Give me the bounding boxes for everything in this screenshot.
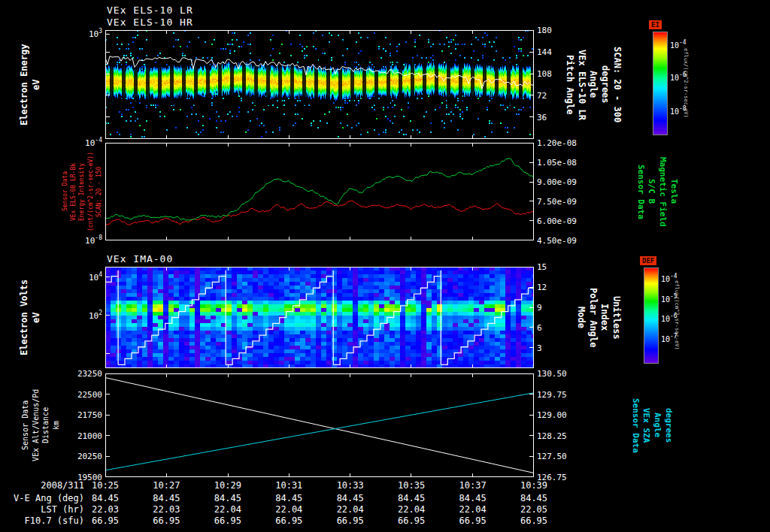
axis-tick-label: 21750 bbox=[77, 411, 102, 419]
table-value: 22.04 bbox=[275, 504, 302, 515]
table-row-label: V-E Ang (deg) bbox=[0, 493, 84, 503]
axis-tick-label: 10-7 bbox=[661, 334, 678, 343]
els-y-axis-label-line: Electron Energy bbox=[20, 30, 30, 139]
axis-tick-label: 180 bbox=[537, 26, 552, 35]
table-value: 84.45 bbox=[459, 493, 487, 503]
ima-right-axis-label-line: Index bbox=[599, 267, 610, 368]
axis-tick-label: 10-6 bbox=[661, 314, 678, 323]
axis-tick-label: 1.20e-08 bbox=[537, 139, 577, 147]
axis-tick-label: 144 bbox=[537, 48, 552, 56]
table-value: 84.45 bbox=[214, 493, 241, 503]
time-tick-label: 10:39 bbox=[520, 480, 547, 491]
time-tick-label: 10:25 bbox=[92, 480, 119, 491]
els-spectrogram-canvas bbox=[105, 30, 534, 139]
ima-right-axis-label-line: Mode bbox=[575, 267, 586, 368]
axis-tick-label: 108 bbox=[537, 70, 552, 78]
axis-tick-label: 10-8 bbox=[85, 236, 102, 246]
axis-tick-label: 129.75 bbox=[537, 390, 567, 398]
ima-right-axis-label: Mode Polar Angle Index Unitless bbox=[575, 267, 621, 368]
table-value: 84.45 bbox=[520, 493, 547, 503]
table-value: 66.95 bbox=[92, 515, 119, 526]
axis-tick-label: 23250 bbox=[77, 370, 102, 378]
table-value: 22.04 bbox=[337, 504, 364, 515]
axis-tick-label: 128.25 bbox=[537, 431, 567, 440]
axis-tick-label: 10-5 bbox=[661, 294, 678, 303]
ima-right-axis-label-line: Unitless bbox=[611, 267, 621, 368]
time-tick-label: 10:27 bbox=[153, 480, 180, 491]
axis-tick-label: 129.00 bbox=[537, 411, 567, 419]
time-tick-label: 10:31 bbox=[275, 480, 302, 491]
traj-right-axis-label-line: degrees bbox=[663, 373, 673, 477]
axis-tick-label: 10-4 bbox=[670, 41, 687, 50]
els-y-axis-label: Electron Energy eV bbox=[20, 30, 42, 139]
traj-left-axis-label-line: Sensor Data bbox=[21, 373, 30, 477]
ima-right-axis-label-line: Polar Angle bbox=[587, 267, 598, 368]
axis-tick-label: 130.50 bbox=[537, 370, 567, 378]
table-row-label: F10.7 (sfu) bbox=[0, 515, 84, 526]
table-value: 22.04 bbox=[459, 504, 487, 515]
axis-tick-label: 9 bbox=[537, 304, 542, 312]
els-right-axis-label-line: VEx ELS-10 LR bbox=[576, 30, 587, 139]
table-value: 84.45 bbox=[92, 493, 119, 503]
mag-right-axis-label-line: Magnetic Field bbox=[657, 143, 667, 240]
axis-tick-label: 1.05e-08 bbox=[537, 159, 577, 167]
date-label: 2008/311 bbox=[0, 480, 84, 491]
table-value: 66.95 bbox=[337, 515, 364, 526]
table-row-label: LST (hr) bbox=[0, 504, 84, 515]
traj-right-axis-label: Sensor Data VEx SZA Angle degrees bbox=[630, 373, 673, 477]
mag-right-axis-label-line: Tesla bbox=[668, 143, 678, 240]
axis-tick-label: 20250 bbox=[77, 452, 102, 461]
table-value: 22.04 bbox=[398, 504, 425, 515]
axis-tick-label: 127.50 bbox=[537, 452, 567, 461]
table-value: 66.95 bbox=[153, 515, 180, 526]
magnetic-field-plot-canvas bbox=[105, 143, 534, 240]
mag-left-axis-label-line: VEx ELS-08 LR-Bk bbox=[70, 144, 77, 239]
time-tick-label: 10:37 bbox=[459, 480, 487, 491]
traj-left-axis-label-line: km bbox=[52, 373, 61, 477]
time-tick-label: 10:33 bbox=[337, 480, 364, 491]
table-value: 84.45 bbox=[398, 493, 425, 503]
axis-tick-label: 3 bbox=[537, 344, 542, 352]
mag-right-axis-label-line: S/C B bbox=[647, 143, 656, 240]
def-colorbar-title: DEF bbox=[640, 256, 656, 265]
axis-tick-label: 102 bbox=[89, 310, 102, 320]
axis-tick-label: 72 bbox=[537, 92, 547, 100]
mag-left-axis-label-line: Sensor Data bbox=[62, 144, 68, 239]
table-value: 22.05 bbox=[520, 504, 547, 515]
axis-tick-label: 12 bbox=[537, 283, 547, 292]
axis-tick-label: 9.00e-09 bbox=[537, 178, 577, 186]
els-right-axis-label-line: Pitch Angle bbox=[564, 30, 574, 139]
ei-colorbar-title: EI bbox=[649, 20, 662, 29]
axis-tick-label: 36 bbox=[537, 113, 547, 122]
def-colorbar bbox=[644, 268, 659, 364]
mag-left-axis-label: Sensor Data VEx ELS-08 LR-Bk Energy Inte… bbox=[62, 144, 102, 239]
mag-right-axis-label: Sensor Data S/C B Magnetic Field Tesla bbox=[635, 143, 678, 240]
ima-y-axis-label-line: Electron Volts bbox=[20, 267, 30, 368]
panel-title-ima: VEx IMA-00 bbox=[107, 253, 173, 264]
els-right-axis-label-line: SCAN: 20 - 300 bbox=[611, 30, 622, 139]
panel-title-els-lr: VEx ELS-10 LR bbox=[107, 5, 193, 16]
els-right-axis-label-line: degrees bbox=[599, 30, 610, 139]
table-value: 84.45 bbox=[275, 493, 302, 503]
axis-tick-label: 7.50e-09 bbox=[537, 198, 577, 206]
els-right-axis-label-line: Angle bbox=[588, 30, 599, 139]
ima-y-axis-label-line: eV bbox=[32, 267, 42, 368]
mag-left-axis-label-line: (cnt/(cm^2-sr-sec-eV)) bbox=[87, 144, 94, 239]
mag-left-axis-label-line: Energy Intensity bbox=[78, 144, 85, 239]
ei-colorbar bbox=[653, 32, 668, 135]
axis-tick-label: 6 bbox=[537, 324, 542, 332]
ima-y-axis-label: Electron Volts eV bbox=[20, 267, 42, 368]
trajectory-plot-canvas bbox=[105, 373, 534, 477]
traj-left-axis-label: Sensor Data VEx Alt/Venus/Pd Distance km bbox=[21, 373, 60, 477]
table-value: 22.04 bbox=[214, 504, 241, 515]
axis-tick-label: 104 bbox=[89, 272, 102, 282]
time-tick-label: 10:35 bbox=[398, 480, 425, 491]
axis-tick-label: 10-4 bbox=[661, 274, 678, 283]
els-y-axis-label-line: eV bbox=[32, 30, 42, 139]
panel-title-els-hr: VEx ELS-10 HR bbox=[107, 17, 193, 28]
axis-tick-label: 21000 bbox=[77, 431, 102, 440]
vex-quicklook-plot-page: VEx ELS-10 LR VEx ELS-10 HR VEx IMA-00 E… bbox=[0, 0, 770, 532]
table-value: 66.95 bbox=[459, 515, 487, 526]
table-value: 66.95 bbox=[214, 515, 241, 526]
traj-right-axis-label-line: VEx SZA bbox=[641, 373, 651, 477]
